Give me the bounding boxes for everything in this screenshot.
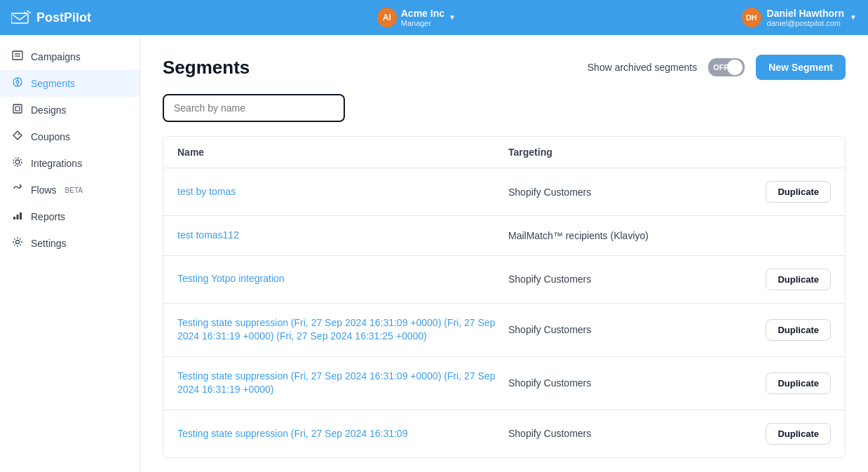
archived-segments-label: Show archived segments bbox=[588, 62, 697, 73]
user-name: Daniel Hawthorn bbox=[767, 8, 844, 20]
user-avatar: DH bbox=[742, 8, 761, 27]
segment-targeting: Shopify Customers bbox=[508, 187, 719, 198]
company-info: Acme Inc Manager bbox=[401, 8, 445, 28]
header-name: Name bbox=[177, 147, 508, 158]
toggle-knob bbox=[727, 60, 742, 75]
table-row: Testing state suppression (Fri, 27 Sep 2… bbox=[163, 304, 845, 357]
toggle-state-label: OFF bbox=[713, 63, 728, 72]
archived-toggle[interactable]: OFF bbox=[708, 58, 745, 76]
sidebar-item-integrations[interactable]: Integrations bbox=[0, 150, 140, 177]
segment-targeting: Shopify Customers bbox=[508, 428, 719, 439]
flows-beta-badge: BETA bbox=[65, 187, 83, 194]
coupons-icon bbox=[11, 130, 24, 144]
segment-name-link[interactable]: Testing state suppression (Fri, 27 Sep 2… bbox=[177, 427, 508, 441]
sidebar-item-campaigns[interactable]: Campaigns bbox=[0, 43, 140, 70]
segment-name-link[interactable]: test by tomas bbox=[177, 185, 508, 199]
user-email: daniel@postpilot.com bbox=[767, 19, 844, 27]
sidebar-item-segments[interactable]: Segments bbox=[0, 70, 140, 97]
postpilot-logo-icon bbox=[11, 11, 31, 25]
sidebar-item-reports[interactable]: Reports bbox=[0, 203, 140, 230]
svg-rect-1 bbox=[13, 51, 22, 60]
svg-rect-13 bbox=[13, 217, 15, 220]
svg-rect-8 bbox=[13, 104, 22, 113]
segment-targeting: Shopify Customers bbox=[508, 274, 719, 285]
svg-rect-9 bbox=[15, 107, 20, 111]
sidebar-item-coupons[interactable]: Coupons bbox=[0, 123, 140, 150]
integrations-label: Integrations bbox=[31, 158, 82, 169]
segments-icon bbox=[11, 76, 24, 90]
company-avatar: AI bbox=[377, 8, 397, 27]
header-actions bbox=[719, 147, 831, 158]
reports-icon bbox=[11, 210, 24, 224]
sidebar-item-designs[interactable]: Designs bbox=[0, 97, 140, 123]
segment-name-link[interactable]: test tomas112 bbox=[177, 229, 508, 243]
company-role: Manager bbox=[401, 19, 445, 27]
segment-targeting: MailMatch™ recipients (Klaviyo) bbox=[508, 230, 719, 241]
campaigns-label: Campaigns bbox=[31, 51, 81, 62]
user-chevron-icon: ▼ bbox=[850, 13, 857, 21]
content-area: Segments Show archived segments OFF New … bbox=[140, 35, 868, 472]
header-actions: Show archived segments OFF New Segment bbox=[588, 55, 846, 80]
table-row: test by tomas Shopify Customers Duplicat… bbox=[163, 168, 845, 216]
svg-rect-0 bbox=[11, 13, 28, 23]
sidebar-item-flows[interactable]: Flows BETA bbox=[0, 177, 140, 203]
duplicate-button[interactable]: Duplicate bbox=[766, 269, 831, 290]
designs-label: Designs bbox=[31, 104, 67, 116]
user-info: Daniel Hawthorn daniel@postpilot.com bbox=[767, 8, 844, 28]
integrations-icon bbox=[11, 156, 24, 170]
table-row: Testing Yotpo integration Shopify Custom… bbox=[163, 256, 845, 304]
new-segment-button[interactable]: New Segment bbox=[756, 55, 846, 80]
company-switcher[interactable]: AI Acme Inc Manager ▼ bbox=[377, 8, 456, 28]
duplicate-button[interactable]: Duplicate bbox=[766, 372, 831, 394]
page-title: Segments bbox=[163, 57, 250, 79]
header-targeting: Targeting bbox=[508, 147, 719, 158]
logo: PostPilot bbox=[11, 11, 91, 25]
svg-point-12 bbox=[13, 158, 22, 166]
table-row: test tomas112 MailMatch™ recipients (Kla… bbox=[163, 216, 845, 256]
svg-point-11 bbox=[15, 160, 20, 164]
svg-point-10 bbox=[18, 134, 20, 135]
duplicate-button[interactable]: Duplicate bbox=[766, 319, 831, 341]
campaigns-icon bbox=[11, 50, 24, 64]
segment-targeting: Shopify Customers bbox=[508, 324, 719, 335]
segment-name-link[interactable]: Testing state suppression (Fri, 27 Sep 2… bbox=[177, 316, 508, 344]
company-name: Acme Inc bbox=[401, 8, 445, 20]
table-header: Name Targeting bbox=[163, 137, 845, 168]
duplicate-button[interactable]: Duplicate bbox=[766, 181, 831, 203]
settings-label: Settings bbox=[31, 238, 67, 249]
search-container bbox=[163, 94, 846, 122]
svg-point-5 bbox=[16, 81, 19, 83]
designs-icon bbox=[11, 103, 24, 117]
svg-rect-15 bbox=[20, 213, 22, 220]
segment-name-link[interactable]: Testing state suppression (Fri, 27 Sep 2… bbox=[177, 370, 508, 397]
reports-label: Reports bbox=[31, 211, 65, 222]
svg-point-16 bbox=[16, 241, 20, 244]
table-row: Testing state suppression (Fri, 27 Sep 2… bbox=[163, 410, 845, 457]
search-input[interactable] bbox=[163, 94, 345, 122]
segment-targeting: Shopify Customers bbox=[508, 377, 719, 389]
page-header: Segments Show archived segments OFF New … bbox=[163, 55, 846, 80]
flows-icon bbox=[11, 183, 24, 197]
segment-name-link[interactable]: Testing Yotpo integration bbox=[177, 272, 508, 286]
segments-label: Segments bbox=[31, 78, 75, 89]
topnav: PostPilot AI Acme Inc Manager ▼ DH Danie… bbox=[0, 0, 868, 35]
svg-rect-14 bbox=[17, 215, 19, 220]
user-menu[interactable]: DH Daniel Hawthorn daniel@postpilot.com … bbox=[742, 8, 857, 28]
settings-icon bbox=[11, 236, 24, 250]
flows-label: Flows bbox=[31, 184, 57, 196]
table-row: Testing state suppression (Fri, 27 Sep 2… bbox=[163, 357, 845, 410]
sidebar-item-settings[interactable]: Settings bbox=[0, 230, 140, 257]
coupons-label: Coupons bbox=[31, 131, 70, 142]
logo-text: PostPilot bbox=[36, 11, 91, 25]
company-chevron-icon: ▼ bbox=[449, 13, 456, 21]
sidebar: Campaigns Segments Designs Coupons Integ… bbox=[0, 35, 140, 472]
duplicate-button[interactable]: Duplicate bbox=[766, 423, 831, 445]
segments-table: Name Targeting test by tomas Shopify Cus… bbox=[163, 136, 846, 458]
main-layout: Campaigns Segments Designs Coupons Integ… bbox=[0, 35, 868, 472]
